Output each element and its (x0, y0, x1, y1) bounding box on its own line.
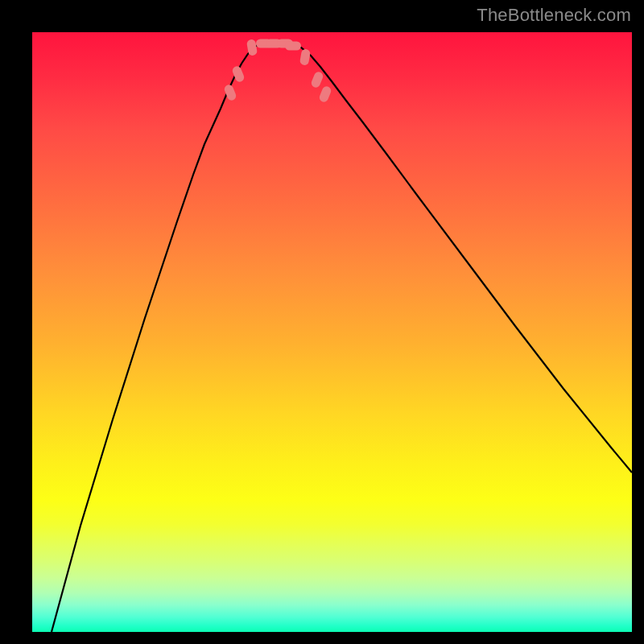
svg-rect-9 (318, 85, 332, 104)
curve-left (52, 43, 264, 632)
watermark-text: TheBottleneck.com (477, 5, 631, 26)
chart-overlay (32, 32, 632, 632)
svg-rect-8 (310, 71, 324, 89)
curve-right (291, 43, 632, 473)
chart-frame: TheBottleneck.com (0, 0, 644, 644)
scatter-markers (223, 39, 332, 103)
svg-rect-6 (285, 42, 301, 51)
svg-rect-7 (299, 48, 311, 66)
